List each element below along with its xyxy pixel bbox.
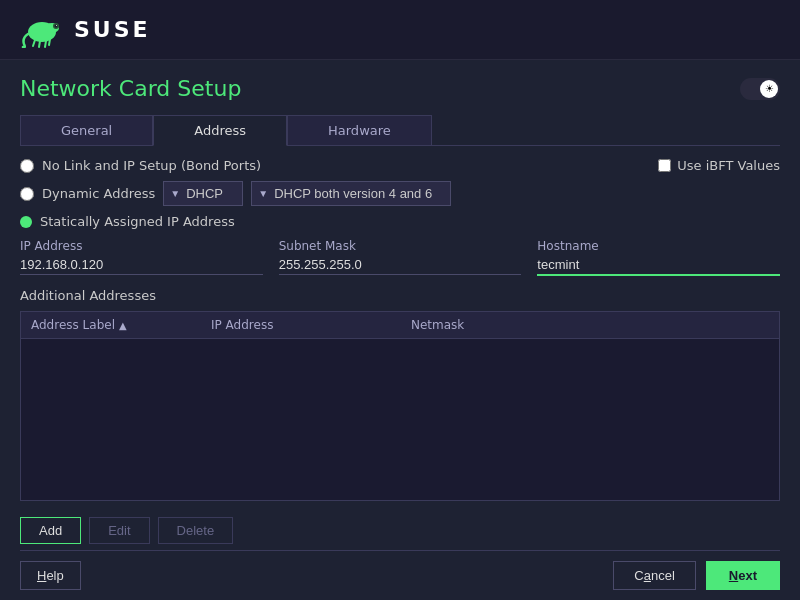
dynamic-address-row: Dynamic Address ▼ DHCP ▼ DHCP both versi… (20, 181, 780, 206)
delete-button[interactable]: Delete (158, 517, 234, 544)
tab-address[interactable]: Address (153, 115, 287, 146)
col-header-ip-address[interactable]: IP Address (201, 312, 401, 338)
page-title-row: Network Card Setup ☀ (20, 76, 780, 101)
svg-point-9 (55, 24, 58, 27)
dhcp-label: DHCP (186, 186, 223, 201)
ip-address-group: IP Address (20, 239, 263, 276)
bottom-right-buttons: Cancel Next (613, 561, 780, 590)
theme-toggle-knob: ☀ (760, 80, 778, 98)
form-area: No Link and IP Setup (Bond Ports) Use iB… (20, 158, 780, 544)
tabs: General Address Hardware (20, 115, 780, 146)
no-link-label: No Link and IP Setup (Bond Ports) (42, 158, 261, 173)
ip-address-input[interactable] (20, 255, 263, 275)
ip-address-label: IP Address (20, 239, 263, 253)
dynamic-address-label: Dynamic Address (42, 186, 155, 201)
col-header-address-label[interactable]: Address Label ▲ (21, 312, 201, 338)
next-button[interactable]: Next (706, 561, 780, 590)
subnet-mask-label: Subnet Mask (279, 239, 522, 253)
svg-line-6 (45, 41, 46, 47)
no-link-row: No Link and IP Setup (Bond Ports) Use iB… (20, 158, 780, 173)
no-link-radio[interactable] (20, 159, 34, 173)
tab-hardware[interactable]: Hardware (287, 115, 432, 145)
add-button[interactable]: Add (20, 517, 81, 544)
table-action-buttons: Add Edit Delete (20, 517, 780, 544)
subnet-mask-input[interactable] (279, 255, 522, 275)
cancel-button[interactable]: Cancel (613, 561, 695, 590)
use-ibft-label: Use iBFT Values (677, 158, 780, 173)
suse-brand-text: SUSE (74, 17, 151, 42)
subnet-mask-group: Subnet Mask (279, 239, 522, 276)
hostname-label: Hostname (537, 239, 780, 253)
suse-logo: SUSE (20, 12, 151, 48)
hostname-group: Hostname (537, 239, 780, 276)
suse-logo-icon (20, 12, 64, 48)
svg-line-5 (39, 41, 40, 47)
svg-line-7 (49, 39, 50, 45)
col-header-netmask[interactable]: Netmask (401, 312, 779, 338)
dhcp-version-dropdown[interactable]: ▼ DHCP both version 4 and 6 (251, 181, 451, 206)
ip-fields-row: IP Address Subnet Mask Hostname (20, 239, 780, 276)
page-title: Network Card Setup (20, 76, 241, 101)
svg-point-10 (56, 25, 57, 26)
hostname-input[interactable] (537, 255, 780, 276)
static-ip-row: Statically Assigned IP Address (20, 214, 780, 229)
sort-arrow-icon: ▲ (119, 320, 127, 331)
edit-button[interactable]: Edit (89, 517, 149, 544)
use-ibft-row: Use iBFT Values (658, 158, 780, 173)
dhcp-dropdown-arrow: ▼ (170, 188, 180, 199)
tab-general[interactable]: General (20, 115, 153, 145)
additional-addresses-table: Address Label ▲ IP Address Netmask (20, 311, 780, 501)
use-ibft-checkbox[interactable] (658, 159, 671, 172)
theme-toggle-button[interactable]: ☀ (740, 78, 780, 100)
dynamic-address-radio[interactable] (20, 187, 34, 201)
static-label: Statically Assigned IP Address (40, 214, 235, 229)
table-header: Address Label ▲ IP Address Netmask (21, 312, 779, 339)
dhcp-both-label: DHCP both version 4 and 6 (274, 186, 432, 201)
svg-line-4 (33, 40, 35, 46)
dhcp-version-arrow: ▼ (258, 188, 268, 199)
table-body (21, 339, 779, 500)
bottom-bar: Help Cancel Next (20, 550, 780, 590)
header: SUSE (0, 0, 800, 60)
help-button[interactable]: Help (20, 561, 81, 590)
no-link-radio-row: No Link and IP Setup (Bond Ports) (20, 158, 261, 173)
additional-addresses-label: Additional Addresses (20, 288, 780, 303)
dhcp-dropdown[interactable]: ▼ DHCP (163, 181, 243, 206)
main-content: Network Card Setup ☀ General Address Har… (0, 60, 800, 600)
static-active-indicator (20, 216, 32, 228)
